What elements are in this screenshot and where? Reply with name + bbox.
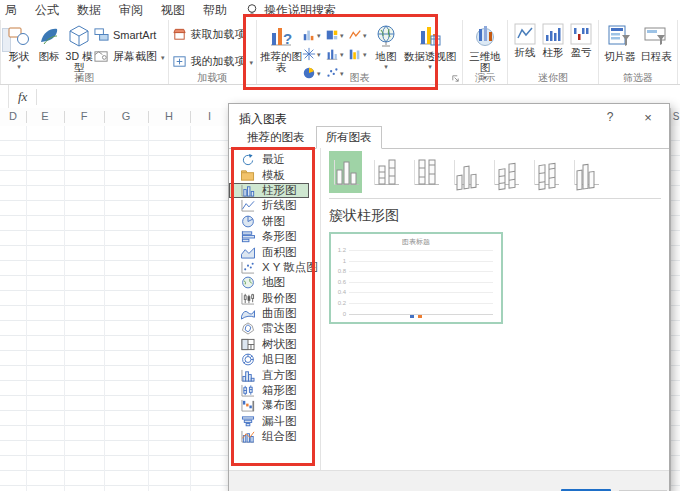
column-header-G[interactable]: G <box>104 110 148 122</box>
dialog-tab-all-charts[interactable]: 所有图表 <box>316 126 382 149</box>
menu-tab-4[interactable]: 视图 <box>161 2 185 19</box>
svg-text:?: ? <box>283 30 292 47</box>
subtype-thumb-clustered[interactable] <box>329 151 362 193</box>
surface-icon <box>240 307 256 320</box>
recommended-charts-button[interactable]: ?推荐的图表 <box>260 21 302 73</box>
maps-button[interactable]: 地图▾ <box>371 21 401 70</box>
templates-icon <box>240 169 256 182</box>
subtype-thumbnails <box>329 151 669 193</box>
column-separator <box>64 111 65 123</box>
column-header-D[interactable]: D <box>0 110 26 122</box>
sidebar-item-stock[interactable]: 股价图 <box>229 291 320 306</box>
sidebar-item-bar[interactable]: 条形图 <box>229 229 320 244</box>
sidebar-item-templates[interactable]: 模板 <box>229 167 320 182</box>
help-button[interactable]: ? <box>593 104 627 128</box>
sidebar-item-area[interactable]: 面积图 <box>229 244 320 259</box>
sidebar-item-box[interactable]: 箱形图 <box>229 383 320 398</box>
menu-tab-5[interactable]: 帮助 <box>203 2 227 19</box>
preview-y-tick: 0.4 <box>331 289 346 295</box>
line-icon <box>240 199 256 212</box>
timeline-button[interactable]: 日程表 <box>638 21 674 62</box>
subtype-thumb-stacked[interactable] <box>369 151 402 193</box>
chart-preview[interactable]: 图表标题 1.210.80.60.40.20 <box>329 232 503 324</box>
chevron-down-icon: ▾ <box>340 32 344 39</box>
group-charts-label: 图表 <box>257 72 462 83</box>
subtype-thumb-stacked100-3d[interactable] <box>529 151 562 193</box>
recommended-icon: ? <box>268 23 294 49</box>
column-header-H[interactable]: H <box>148 110 190 122</box>
dialog-tab-recommended[interactable]: 推荐的图表 <box>238 127 314 148</box>
radar-icon <box>240 322 256 335</box>
sidebar-item-column[interactable]: 柱形图 <box>229 183 309 198</box>
sidebar-item-recent[interactable]: 最近 <box>229 152 320 167</box>
subtype-thumb-clustered3d[interactable] <box>449 151 482 193</box>
my-addins-button[interactable]: 我的加载项▾ <box>172 54 254 69</box>
smartart-button[interactable]: SmartArt <box>94 27 165 42</box>
sidebar-item-label: 瀑布图 <box>262 398 297 413</box>
subtype-thumb-stacked3d[interactable] <box>489 151 522 193</box>
sidebar-item-label: 柱形图 <box>262 183 297 198</box>
sidebar-item-line[interactable]: 折线图 <box>229 198 320 213</box>
grid-column-line <box>104 126 105 491</box>
insert-minicols-button[interactable]: ▾ <box>302 28 325 42</box>
sidebar-item-label: 旭日图 <box>262 352 297 367</box>
column-header-E[interactable]: E <box>26 110 64 122</box>
menu-tab-2[interactable]: 数据 <box>77 2 101 19</box>
sidebar-item-radar[interactable]: 雷达图 <box>229 321 320 336</box>
column-header-I[interactable]: I <box>190 110 229 122</box>
cube-icon <box>66 23 92 49</box>
sidebar-item-sunburst[interactable]: 旭日图 <box>229 352 320 367</box>
menu-tab-0[interactable]: 局 <box>5 2 17 19</box>
menu-tab-3[interactable]: 审阅 <box>119 2 143 19</box>
legend-marker <box>418 314 422 318</box>
slicer-button[interactable]: 切片器 <box>602 21 638 62</box>
menu-tab-1[interactable]: 公式 <box>35 2 59 19</box>
treemap-icon <box>240 338 256 351</box>
chevron-down-icon: ▾ <box>363 32 367 39</box>
dialog-footer <box>229 470 669 491</box>
get-addins-button[interactable]: 获取加载项 <box>172 27 254 42</box>
sidebar-item-histogram[interactable]: 直方图 <box>229 367 320 382</box>
button-label: 推荐的图表 <box>260 51 302 73</box>
column-header-F[interactable]: F <box>64 110 104 122</box>
fx-icon[interactable]: fx <box>9 89 36 105</box>
chevron-down-icon: ▾ <box>384 63 388 70</box>
button-label: SmartArt <box>113 29 156 41</box>
spreadsheet-grid[interactable] <box>0 126 229 491</box>
shapes-button[interactable]: 形状▾ <box>4 21 34 70</box>
minibars-icon <box>348 47 362 61</box>
sparkline-column-button[interactable]: 柱形 <box>539 21 567 58</box>
sparkline-line-button[interactable]: 折线 <box>511 21 539 58</box>
pivotchart-button[interactable]: 数据透视图▾ <box>401 21 459 70</box>
sidebar-item-scatter[interactable]: X Y 散点图 <box>229 260 320 275</box>
button-label: 形状 <box>9 51 30 62</box>
stock-icon <box>240 292 256 305</box>
sidebar-item-label: X Y 散点图 <box>262 260 318 275</box>
insert-miniburst-button[interactable]: ▾ <box>302 47 325 61</box>
sidebar-item-map[interactable]: 地图 <box>229 275 320 290</box>
button-label: 图标 <box>39 51 60 62</box>
sidebar-item-label: 直方图 <box>262 368 297 383</box>
insert-minicols2-button[interactable]: ▾ <box>325 47 348 61</box>
column-header-right[interactable]: S <box>671 108 680 127</box>
sidebar-item-treemap[interactable]: 树状图 <box>229 337 320 352</box>
icons-button[interactable]: 图标 <box>34 21 64 62</box>
tell-me-search[interactable]: 操作说明搜索 <box>245 2 336 19</box>
sparkline-winloss-button[interactable]: 盈亏 <box>567 21 595 58</box>
insert-minitreemap-button[interactable]: ▾ <box>325 28 348 42</box>
screenshot-button[interactable]: 屏幕截图▾ <box>94 49 165 64</box>
sidebar-item-funnel[interactable]: 漏斗图 <box>229 414 320 429</box>
sidebar-item-pie[interactable]: 饼图 <box>229 214 320 229</box>
column-separator <box>148 111 149 123</box>
column-headers[interactable]: DEFGHI <box>0 108 229 127</box>
close-button[interactable]: × <box>627 104 669 128</box>
subtype-thumb-column3d[interactable] <box>569 151 602 193</box>
insert-miniline-button[interactable]: ▾ <box>348 28 371 42</box>
sidebar-item-combo[interactable]: 组合图 <box>229 429 320 444</box>
subtype-thumb-stacked100[interactable] <box>409 151 442 193</box>
sidebar-item-waterfall[interactable]: 瀑布图 <box>229 398 320 413</box>
histogram-icon <box>240 369 256 382</box>
sidebar-item-surface[interactable]: 曲面图 <box>229 306 320 321</box>
insert-minibars-button[interactable]: ▾ <box>348 47 371 61</box>
preview-y-tick: 1 <box>331 258 346 264</box>
